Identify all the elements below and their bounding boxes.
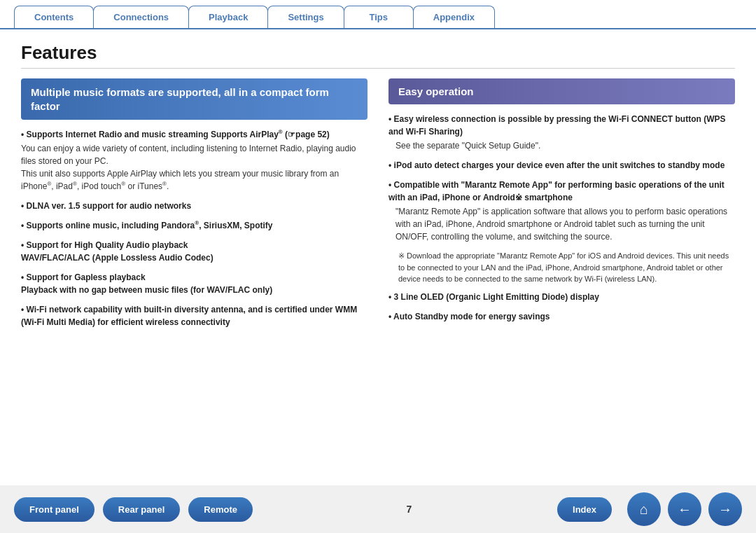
right-column: Easy operation Easy wireless connection … — [388, 78, 735, 335]
left-column: Multiple music formats are supported, al… — [21, 78, 368, 335]
tab-playback[interactable]: Playback — [188, 6, 268, 28]
feature-internet-radio: Supports Internet Radio and music stream… — [21, 128, 368, 193]
forward-button[interactable]: → — [708, 492, 742, 526]
feature-online-music: Supports online music, including Pandora… — [21, 219, 368, 232]
left-section-header: Multiple music formats are supported, al… — [21, 78, 368, 120]
back-button[interactable]: ← — [668, 492, 701, 526]
asterisk-note: ※ Download the appropriate "Marantz Remo… — [388, 250, 735, 285]
main-content: Features Multiple music formats are supp… — [0, 29, 756, 342]
page-title: Features — [21, 42, 735, 69]
home-icon: ⌂ — [640, 501, 648, 518]
feature-ipod-auto: iPod auto detect charges your device eve… — [388, 159, 735, 172]
home-button[interactable]: ⌂ — [627, 492, 661, 526]
tab-settings[interactable]: Settings — [267, 6, 344, 28]
page-number: 7 — [261, 504, 557, 515]
bottom-navigation: Front panel Rear panel Remote 7 Index ⌂ … — [0, 485, 756, 533]
remote-button[interactable]: Remote — [188, 497, 253, 522]
feature-high-quality-audio: Support for High Quality Audio playback … — [21, 239, 368, 264]
feature-gapless: Support for Gapless playback Playback wi… — [21, 271, 368, 296]
top-navigation: Contents Connections Playback Settings T… — [0, 0, 756, 29]
content-columns: Multiple music formats are supported, al… — [21, 78, 735, 335]
rear-panel-button[interactable]: Rear panel — [103, 497, 180, 522]
feature-oled: 3 Line OLED (Organic Light Emitting Diod… — [388, 291, 735, 303]
feature-remote-app: Compatible with "Marantz Remote App" for… — [388, 179, 735, 243]
tab-connections[interactable]: Connections — [93, 6, 189, 28]
feature-wifi-connect: Easy wireless connection is possible by … — [388, 113, 735, 152]
right-section-header: Easy operation — [388, 78, 735, 104]
back-arrow-icon: ← — [678, 501, 692, 518]
front-panel-button[interactable]: Front panel — [14, 497, 94, 522]
index-button[interactable]: Index — [557, 497, 612, 522]
tab-appendix[interactable]: Appendix — [413, 6, 495, 28]
forward-arrow-icon: → — [718, 501, 732, 518]
feature-wifi: Wi-Fi network capability with built-in d… — [21, 303, 368, 328]
tab-tips[interactable]: Tips — [344, 6, 414, 28]
feature-auto-standby: Auto Standby mode for energy savings — [388, 310, 735, 323]
feature-dlna: DLNA ver. 1.5 support for audio networks — [21, 200, 368, 212]
tab-contents[interactable]: Contents — [14, 6, 94, 28]
